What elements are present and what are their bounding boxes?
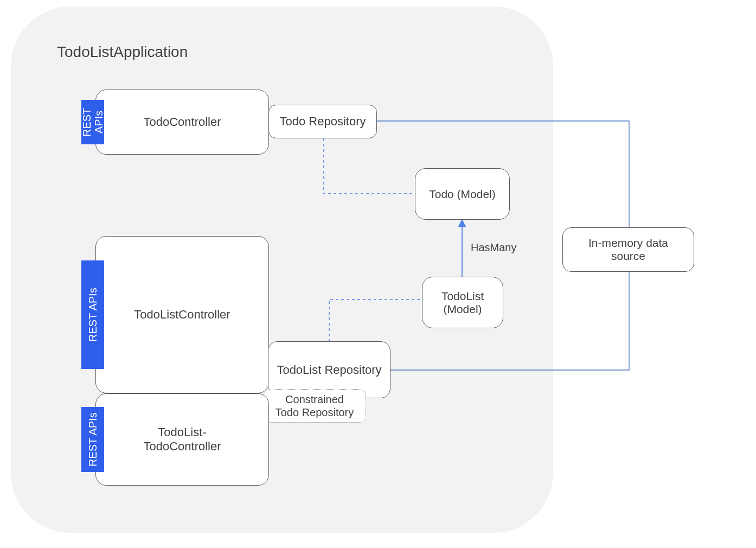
badge-rest-apis-2-label: REST APIs [87,288,99,342]
box-todo-repository: Todo Repository [268,105,377,138]
label-todolist-todo-controller: TodoList- TodoController [143,425,221,454]
box-todo-model: Todo (Model) [415,168,510,220]
label-todolist-repository: TodoList Repository [277,363,381,377]
badge-rest-apis-3: REST APIs [81,407,104,472]
box-in-memory-data-source: In-memory data source [562,227,694,272]
label-todolist-controller: TodoListController [134,308,230,322]
box-todolist-controller: TodoListController [95,236,269,393]
label-hasmany: HasMany [471,241,516,254]
label-constrained-todo-repository: Constrained Todo Repository [276,393,354,419]
diagram-canvas: TodoListApplication TodoController REST … [0,0,756,548]
box-todo-controller: TodoController [95,90,269,155]
badge-rest-apis-2: REST APIs [81,260,104,369]
application-title: TodoListApplication [57,43,188,61]
badge-rest-apis-1-label: REST APIs [81,107,105,136]
label-in-memory-data-source: In-memory data source [588,237,668,263]
label-todo-controller: TodoController [143,115,221,129]
box-todolist-todo-controller: TodoList- TodoController [95,393,269,486]
label-todo-repository: Todo Repository [280,114,366,129]
label-todo-model: Todo (Model) [429,188,496,201]
box-constrained-todo-repository: Constrained Todo Repository [263,389,366,423]
label-todolist-model: TodoList (Model) [441,290,484,316]
badge-rest-apis-3-label: REST APIs [87,412,99,467]
box-todolist-model: TodoList (Model) [422,277,503,328]
badge-rest-apis-1: REST APIs [81,100,104,144]
